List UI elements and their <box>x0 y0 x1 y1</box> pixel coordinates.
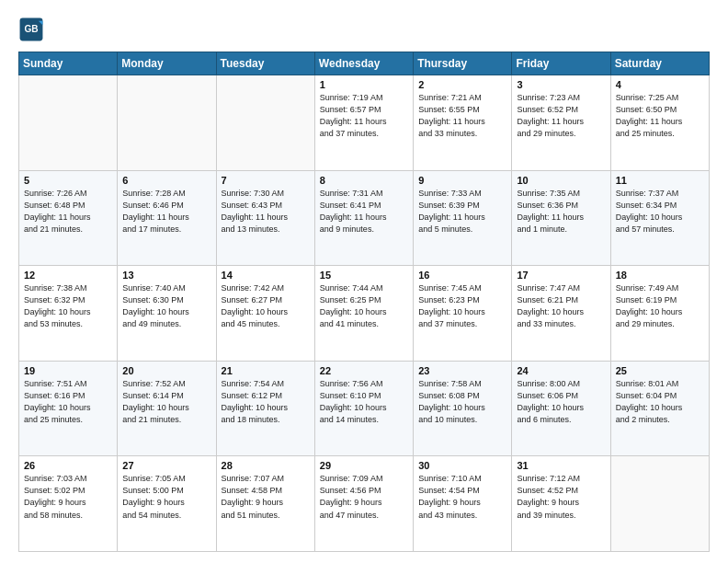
day-number: 6 <box>122 175 210 186</box>
calendar-cell: 15Sunrise: 7:44 AMSunset: 6:25 PMDayligh… <box>314 266 413 362</box>
day-info: Sunrise: 7:37 AMSunset: 6:34 PMDaylight:… <box>616 188 704 236</box>
day-info: Sunrise: 7:49 AMSunset: 6:19 PMDaylight:… <box>616 282 704 330</box>
weekday-header-sunday: Sunday <box>19 52 118 75</box>
week-row-2: 5Sunrise: 7:26 AMSunset: 6:48 PMDaylight… <box>19 170 710 266</box>
calendar-cell: 3Sunrise: 7:23 AMSunset: 6:52 PMDaylight… <box>512 75 610 171</box>
day-number: 24 <box>517 365 605 376</box>
calendar-cell: 4Sunrise: 7:25 AMSunset: 6:50 PMDaylight… <box>610 75 709 171</box>
weekday-header-thursday: Thursday <box>414 52 512 75</box>
day-info: Sunrise: 7:38 AMSunset: 6:32 PMDaylight:… <box>24 282 112 330</box>
day-info: Sunrise: 7:54 AMSunset: 6:12 PMDaylight:… <box>222 378 310 426</box>
day-info: Sunrise: 7:03 AMSunset: 5:02 PMDaylight:… <box>24 473 112 521</box>
logo-icon: GB <box>18 17 44 42</box>
day-number: 14 <box>222 270 310 281</box>
calendar-cell: 12Sunrise: 7:38 AMSunset: 6:32 PMDayligh… <box>19 266 118 362</box>
day-number: 16 <box>418 270 506 281</box>
calendar-cell: 13Sunrise: 7:40 AMSunset: 6:30 PMDayligh… <box>118 266 216 362</box>
day-number: 1 <box>320 79 408 90</box>
calendar-cell: 7Sunrise: 7:30 AMSunset: 6:43 PMDaylight… <box>216 170 314 266</box>
logo: GB <box>18 17 48 42</box>
day-number: 13 <box>122 270 210 281</box>
calendar-cell: 9Sunrise: 7:33 AMSunset: 6:39 PMDaylight… <box>414 170 512 266</box>
day-number: 27 <box>122 460 210 471</box>
day-number: 18 <box>616 270 704 281</box>
day-info: Sunrise: 7:51 AMSunset: 6:16 PMDaylight:… <box>24 378 112 426</box>
calendar-cell: 11Sunrise: 7:37 AMSunset: 6:34 PMDayligh… <box>610 170 709 266</box>
day-info: Sunrise: 7:07 AMSunset: 4:58 PMDaylight:… <box>222 473 310 521</box>
day-number: 11 <box>616 175 704 186</box>
day-info: Sunrise: 7:30 AMSunset: 6:43 PMDaylight:… <box>222 188 310 236</box>
day-info: Sunrise: 7:09 AMSunset: 4:56 PMDaylight:… <box>320 473 408 521</box>
calendar-cell: 5Sunrise: 7:26 AMSunset: 6:48 PMDaylight… <box>19 170 118 266</box>
week-row-1: 1Sunrise: 7:19 AMSunset: 6:57 PMDaylight… <box>19 75 710 171</box>
day-info: Sunrise: 7:23 AMSunset: 6:52 PMDaylight:… <box>517 92 605 140</box>
calendar-cell: 18Sunrise: 7:49 AMSunset: 6:19 PMDayligh… <box>610 266 709 362</box>
day-number: 4 <box>616 79 704 90</box>
calendar-cell: 24Sunrise: 8:00 AMSunset: 6:06 PMDayligh… <box>512 361 610 456</box>
calendar-cell: 19Sunrise: 7:51 AMSunset: 6:16 PMDayligh… <box>19 361 118 456</box>
day-number: 20 <box>122 365 210 376</box>
calendar-cell: 2Sunrise: 7:21 AMSunset: 6:55 PMDaylight… <box>414 75 512 171</box>
day-number: 25 <box>616 365 704 376</box>
weekday-header-saturday: Saturday <box>610 52 709 75</box>
day-number: 31 <box>517 460 605 471</box>
weekday-header-friday: Friday <box>512 52 610 75</box>
day-info: Sunrise: 8:00 AMSunset: 6:06 PMDaylight:… <box>517 378 605 426</box>
day-number: 29 <box>320 460 408 471</box>
day-number: 15 <box>320 270 408 281</box>
day-info: Sunrise: 7:35 AMSunset: 6:36 PMDaylight:… <box>517 188 605 236</box>
calendar-cell: 1Sunrise: 7:19 AMSunset: 6:57 PMDaylight… <box>314 75 413 171</box>
calendar-cell: 17Sunrise: 7:47 AMSunset: 6:21 PMDayligh… <box>512 266 610 362</box>
weekday-header-wednesday: Wednesday <box>314 52 413 75</box>
calendar-cell: 30Sunrise: 7:10 AMSunset: 4:54 PMDayligh… <box>414 456 512 552</box>
calendar-cell <box>216 75 314 171</box>
day-number: 30 <box>418 460 506 471</box>
calendar-body: 1Sunrise: 7:19 AMSunset: 6:57 PMDaylight… <box>19 75 710 552</box>
day-number: 5 <box>24 175 112 186</box>
week-row-5: 26Sunrise: 7:03 AMSunset: 5:02 PMDayligh… <box>19 456 710 552</box>
svg-text:GB: GB <box>24 24 38 34</box>
calendar-table: SundayMondayTuesdayWednesdayThursdayFrid… <box>18 52 710 552</box>
day-info: Sunrise: 7:31 AMSunset: 6:41 PMDaylight:… <box>320 188 408 236</box>
day-number: 12 <box>24 270 112 281</box>
calendar-cell: 20Sunrise: 7:52 AMSunset: 6:14 PMDayligh… <box>118 361 216 456</box>
day-info: Sunrise: 7:10 AMSunset: 4:54 PMDaylight:… <box>418 473 506 521</box>
header: GB <box>18 17 710 42</box>
day-info: Sunrise: 7:44 AMSunset: 6:25 PMDaylight:… <box>320 282 408 330</box>
day-number: 9 <box>418 175 506 186</box>
calendar-cell: 6Sunrise: 7:28 AMSunset: 6:46 PMDaylight… <box>118 170 216 266</box>
day-info: Sunrise: 7:47 AMSunset: 6:21 PMDaylight:… <box>517 282 605 330</box>
weekday-header-tuesday: Tuesday <box>216 52 314 75</box>
day-number: 26 <box>24 460 112 471</box>
day-info: Sunrise: 7:42 AMSunset: 6:27 PMDaylight:… <box>222 282 310 330</box>
calendar-header-row: SundayMondayTuesdayWednesdayThursdayFrid… <box>19 52 710 75</box>
page: GB SundayMondayTuesdayWednesdayThursdayF… <box>0 0 728 563</box>
calendar-cell: 27Sunrise: 7:05 AMSunset: 5:00 PMDayligh… <box>118 456 216 552</box>
day-number: 21 <box>222 365 310 376</box>
week-row-4: 19Sunrise: 7:51 AMSunset: 6:16 PMDayligh… <box>19 361 710 456</box>
day-info: Sunrise: 7:05 AMSunset: 5:00 PMDaylight:… <box>122 473 210 521</box>
calendar-cell: 14Sunrise: 7:42 AMSunset: 6:27 PMDayligh… <box>216 266 314 362</box>
weekday-header-monday: Monday <box>118 52 216 75</box>
day-info: Sunrise: 7:33 AMSunset: 6:39 PMDaylight:… <box>418 188 506 236</box>
day-info: Sunrise: 7:21 AMSunset: 6:55 PMDaylight:… <box>418 92 506 140</box>
calendar-cell: 31Sunrise: 7:12 AMSunset: 4:52 PMDayligh… <box>512 456 610 552</box>
calendar-cell: 25Sunrise: 8:01 AMSunset: 6:04 PMDayligh… <box>610 361 709 456</box>
day-info: Sunrise: 7:40 AMSunset: 6:30 PMDaylight:… <box>122 282 210 330</box>
day-number: 19 <box>24 365 112 376</box>
day-info: Sunrise: 7:45 AMSunset: 6:23 PMDaylight:… <box>418 282 506 330</box>
calendar-cell: 26Sunrise: 7:03 AMSunset: 5:02 PMDayligh… <box>19 456 118 552</box>
day-number: 8 <box>320 175 408 186</box>
calendar-cell: 21Sunrise: 7:54 AMSunset: 6:12 PMDayligh… <box>216 361 314 456</box>
calendar-cell <box>118 75 216 171</box>
day-number: 23 <box>418 365 506 376</box>
calendar-cell: 16Sunrise: 7:45 AMSunset: 6:23 PMDayligh… <box>414 266 512 362</box>
day-number: 2 <box>418 79 506 90</box>
calendar-cell: 8Sunrise: 7:31 AMSunset: 6:41 PMDaylight… <box>314 170 413 266</box>
day-info: Sunrise: 8:01 AMSunset: 6:04 PMDaylight:… <box>616 378 704 426</box>
day-number: 10 <box>517 175 605 186</box>
day-info: Sunrise: 7:52 AMSunset: 6:14 PMDaylight:… <box>122 378 210 426</box>
day-info: Sunrise: 7:58 AMSunset: 6:08 PMDaylight:… <box>418 378 506 426</box>
day-info: Sunrise: 7:56 AMSunset: 6:10 PMDaylight:… <box>320 378 408 426</box>
day-info: Sunrise: 7:19 AMSunset: 6:57 PMDaylight:… <box>320 92 408 140</box>
